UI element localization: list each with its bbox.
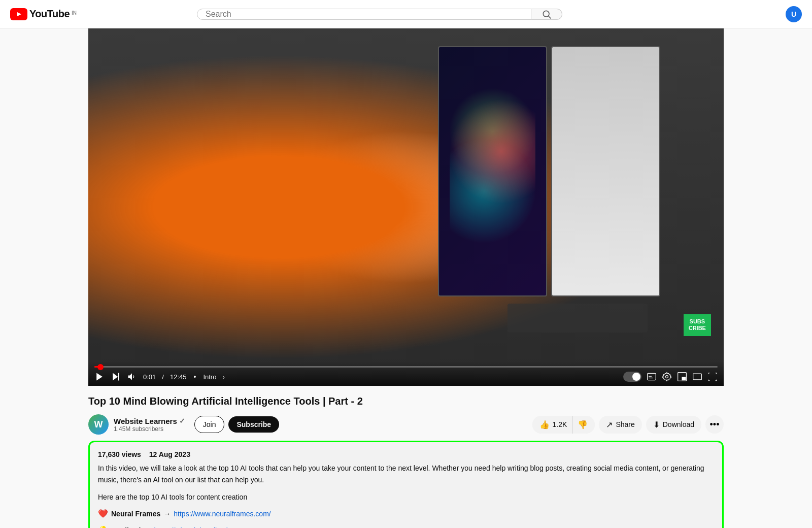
like-dislike-group: 👍 1.2K 👎 (532, 416, 595, 434)
channel-name[interactable]: Website Learners ✓ (114, 417, 185, 425)
like-button[interactable]: 👍 1.2K (532, 416, 573, 434)
monitor-right (551, 46, 660, 296)
subscriber-count: 1.45M subscribers (114, 425, 185, 433)
next-icon (111, 372, 121, 382)
item-link[interactable]: https://wl.tools/predis.ai (154, 524, 228, 528)
next-button[interactable] (111, 372, 121, 382)
right-controls (623, 372, 718, 382)
subscribe-overlay-badge: SUBSCRIBE (684, 314, 711, 336)
description-main-text: In this video, we will take a look at th… (98, 463, 714, 485)
autoplay-toggle[interactable] (623, 372, 641, 382)
svg-rect-14 (693, 374, 702, 380)
description-subheading: Here are the top 10 AI tools for content… (98, 491, 714, 503)
time-total: 12:45 (170, 373, 187, 381)
monitor-glow (450, 72, 535, 271)
video-player[interactable]: SUBSCRIBE (88, 28, 724, 386)
monitor-left (438, 46, 547, 296)
item-name: Neural Frames (111, 508, 160, 520)
search-button[interactable] (531, 9, 562, 20)
user-avatar[interactable]: U (786, 6, 802, 22)
subtitles-icon (647, 372, 657, 382)
description-items: ❤️ Neural Frames → https://www.neuralfra… (98, 507, 714, 528)
channel-avatar-letter: W (94, 419, 103, 430)
svg-marker-5 (113, 373, 118, 381)
volume-icon (127, 372, 137, 382)
chapter-arrow: › (222, 373, 224, 381)
monitor-area (438, 46, 660, 296)
search-input[interactable] (197, 9, 531, 19)
dislike-button[interactable]: 👎 (572, 416, 595, 434)
volume-button[interactable] (127, 372, 137, 382)
description-stats: 17,630 views 12 Aug 2023 (98, 450, 714, 458)
keyboard (507, 304, 647, 332)
channel-info: W Website Learners ✓ 1.45M subscribers J… (88, 414, 526, 435)
youtube-logo[interactable]: YouTube IN (10, 8, 81, 20)
channel-name-text: Website Learners (114, 417, 177, 425)
svg-point-2 (543, 11, 549, 17)
youtube-play-icon (10, 8, 27, 20)
theater-button[interactable] (692, 372, 702, 382)
progress-fill (94, 366, 100, 368)
item-link[interactable]: https://www.neuralframes.com/ (174, 508, 270, 520)
controls-row: 0:01 / 12:45 • Intro › (94, 372, 718, 382)
video-actions: 👍 1.2K 👎 ↗ Share ⬇ Download ••• (532, 415, 724, 434)
country-code: IN (72, 10, 77, 16)
verified-badge: ✓ (179, 417, 185, 425)
search-area (197, 9, 562, 20)
video-title: Top 10 Mind Blowing Artificial Intellige… (88, 394, 724, 408)
header: YouTube IN U (0, 0, 812, 28)
svg-rect-8 (648, 374, 656, 380)
share-button[interactable]: ↗ Share (599, 416, 641, 434)
chapter-label: Intro (203, 373, 216, 381)
item-emoji: ❤️ (98, 507, 108, 521)
play-button[interactable] (94, 372, 105, 382)
play-icon (94, 372, 105, 382)
download-label: Download (663, 420, 694, 428)
svg-marker-7 (128, 374, 132, 380)
channel-avatar[interactable]: W (88, 414, 109, 435)
settings-button[interactable] (662, 372, 672, 382)
join-button[interactable]: Join (194, 416, 225, 433)
toggle-thumb (632, 373, 640, 381)
progress-dot (97, 364, 104, 370)
main-content: SUBSCRIBE (76, 28, 736, 528)
svg-marker-4 (96, 373, 103, 381)
miniplayer-button[interactable] (677, 372, 687, 382)
svg-rect-13 (682, 377, 686, 380)
fullscreen-icon (707, 372, 718, 382)
download-button[interactable]: ⬇ Download (646, 416, 701, 434)
svg-rect-6 (118, 373, 119, 381)
video-meta-row: W Website Learners ✓ 1.45M subscribers J… (88, 414, 724, 435)
fullscreen-button[interactable] (707, 372, 718, 382)
more-options-button[interactable]: ••• (705, 415, 724, 434)
theater-icon (692, 372, 702, 382)
video-info: Top 10 Mind Blowing Artificial Intellige… (88, 386, 724, 528)
download-icon: ⬇ (653, 420, 660, 430)
item-emoji: 💡 (98, 523, 108, 528)
search-icon (542, 9, 552, 19)
upload-date: 12 Aug 2023 (149, 450, 190, 458)
svg-line-3 (549, 16, 551, 18)
arrow-icon: → (163, 508, 171, 520)
thumbs-up-icon: 👍 (539, 420, 550, 430)
video-thumbnail: SUBSCRIBE (88, 28, 724, 386)
settings-icon (662, 372, 672, 382)
description-list-item: ❤️ Neural Frames → https://www.neuralfra… (98, 507, 714, 521)
subtitles-button[interactable] (647, 372, 657, 382)
header-right: U (786, 6, 802, 22)
like-count: 1.2K (553, 420, 567, 428)
progress-bar[interactable] (94, 366, 718, 368)
time-display: 0:01 (143, 373, 156, 381)
share-icon: ↗ (606, 420, 613, 430)
arrow-icon: → (144, 524, 151, 528)
description-list-item: 💡 Predis.ai → https://wl.tools/predis.ai (98, 523, 714, 528)
subscribe-button[interactable]: Subscribe (228, 416, 279, 433)
video-controls: 0:01 / 12:45 • Intro › (88, 362, 724, 386)
item-name: Predis.ai (111, 524, 141, 528)
time-separator: / (162, 373, 164, 381)
view-count: 17,630 views (98, 450, 141, 458)
more-options-icon: ••• (710, 419, 720, 430)
svg-point-11 (666, 376, 668, 378)
channel-actions: Join Subscribe (194, 416, 279, 433)
channel-details: Website Learners ✓ 1.45M subscribers (114, 417, 185, 433)
